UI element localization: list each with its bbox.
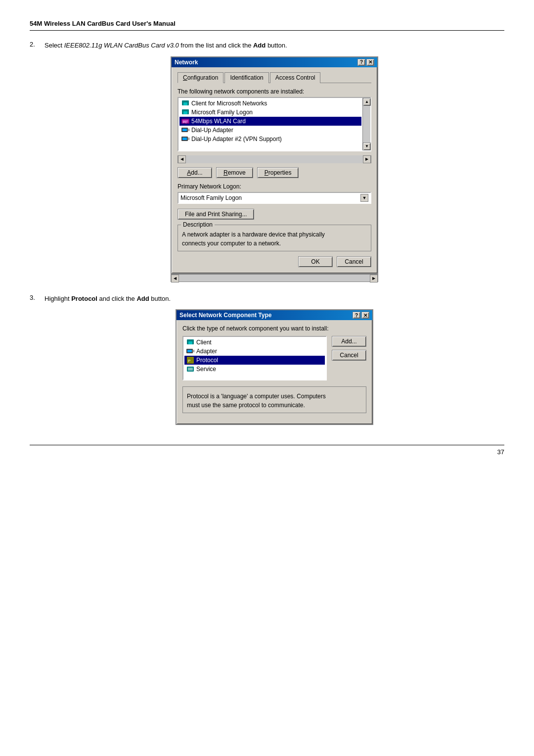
bottom-scrollbar[interactable]: ◀ ▶ (171, 274, 378, 282)
snct-help-button[interactable]: ? (353, 312, 360, 319)
list-item-dialup2[interactable]: Dial-Up Adapter #2 (VPN Support) (179, 135, 361, 143)
snct-instruction: Click the type of network component you … (182, 325, 366, 332)
network-listbox[interactable]: Client for Microsoft Networks Microsoft … (178, 97, 371, 151)
footer: 37 (30, 445, 504, 456)
svg-rect-9 (188, 129, 189, 131)
list-item-dialup[interactable]: Dial-Up Adapter (179, 126, 361, 135)
network-dialog-title: Network (175, 59, 198, 66)
description-group: Description A network adapter is a hardw… (178, 225, 371, 251)
bottom-scroll-track (179, 275, 370, 282)
snct-description-text: Protocol is a 'language' a computer uses… (187, 392, 362, 410)
header-line (30, 30, 504, 31)
properties-button[interactable]: Properties (257, 167, 299, 178)
step-2-number: 2. (30, 41, 44, 282)
svg-rect-1 (183, 102, 187, 105)
network-buttons-row: Add... Remove Properties (178, 167, 371, 178)
network-dialog-titlebar: Network ? ✕ (172, 57, 377, 67)
tab-identification[interactable]: Identification (224, 72, 268, 83)
tab-configuration[interactable]: Configuration (178, 72, 223, 83)
family-logon-label: Microsoft Family Logon (191, 109, 253, 116)
list-item-family-logon[interactable]: Microsoft Family Logon (179, 108, 361, 117)
add-button[interactable]: Add... (178, 167, 212, 178)
step-3-text: Highlight Protocol and click the Add but… (44, 294, 504, 304)
svg-rect-11 (182, 138, 187, 140)
ok-cancel-row: OK Cancel (178, 256, 371, 267)
file-print-wrap: File and Print Sharing... (178, 209, 371, 220)
listbox-scrollbar-horiz[interactable]: ◀ ▶ (178, 155, 371, 163)
help-button[interactable]: ? (357, 59, 365, 66)
step-2-content: Select IEEE802.11g WLAN CardBus Card v3.… (44, 41, 504, 282)
close-button[interactable]: ✕ (366, 59, 374, 66)
dialup-label: Dial-Up Adapter (191, 127, 233, 134)
snct-item-adapter[interactable]: Adapter (184, 347, 325, 356)
svg-rect-12 (188, 138, 189, 140)
snct-listbox[interactable]: Client Adapter (182, 336, 327, 380)
snct-dialog: Select Network Component Type ? ✕ Click … (176, 309, 373, 425)
remove-button[interactable]: Remove (216, 167, 253, 178)
snct-item-client[interactable]: Client (184, 338, 325, 347)
page-header: 54M Wireless LAN CardBus Card User's Man… (30, 20, 504, 27)
step-2: 2. Select IEEE802.11g WLAN CardBus Card … (30, 41, 504, 282)
list-item-client-networks[interactable]: Client for Microsoft Networks (179, 99, 361, 108)
network-dialog-wrap: Network ? ✕ Configuration Identification… (44, 56, 504, 274)
snct-dialog-wrap: Select Network Component Type ? ✕ Click … (44, 309, 504, 425)
snct-client-label: Client (196, 339, 212, 346)
step-3-bold: Protocol (71, 295, 97, 302)
primary-logon-dropdown[interactable]: Microsoft Family Logon ▼ (178, 192, 371, 204)
scroll-down-btn[interactable]: ▼ (363, 142, 371, 150)
snct-close-button[interactable]: ✕ (361, 312, 369, 319)
dialup2-label: Dial-Up Adapter #2 (VPN Support) (191, 136, 282, 142)
listbox-scrollbar-vert[interactable]: ▲ ▼ (362, 98, 370, 150)
svg-rect-16 (187, 350, 192, 352)
description-text: A network adapter is a hardware device t… (182, 230, 367, 248)
cancel-button[interactable]: Cancel (337, 256, 371, 267)
step-3-text-after: and click the (97, 295, 137, 302)
svg-rect-21 (188, 368, 193, 371)
titlebar-buttons: ? ✕ (357, 59, 374, 66)
step-2-text-before: Select (44, 42, 64, 49)
step-2-italic: IEEE802.11g WLAN CardBus Card v3.0 (64, 42, 179, 49)
snct-item-protocol[interactable]: P Protocol (184, 356, 325, 365)
ok-button[interactable]: OK (298, 256, 333, 267)
network-dialog-body: Configuration Identification Access Cont… (172, 67, 377, 273)
svg-text:P: P (188, 359, 190, 363)
snct-adapter-label: Adapter (196, 348, 217, 355)
wlan-card-label: 54Mbps WLAN Card (191, 118, 246, 125)
snct-list-col: Client Adapter (182, 336, 327, 380)
snct-cancel-button[interactable]: Cancel (332, 350, 366, 361)
step-2-text-end: button. (266, 42, 287, 49)
snct-titlebar-buttons: ? ✕ (353, 312, 369, 319)
snct-protocol-icon: P (186, 356, 194, 364)
scroll-right-btn[interactable]: ▶ (363, 155, 371, 163)
svg-rect-17 (193, 350, 194, 352)
snct-titlebar: Select Network Component Type ? ✕ (177, 310, 372, 320)
snct-item-service[interactable]: Service (184, 365, 325, 374)
list-item-wlan-card[interactable]: PC 54Mbps WLAN Card (179, 117, 361, 126)
bottom-scroll-left[interactable]: ◀ (171, 275, 179, 283)
description-legend: Description (181, 221, 215, 228)
snct-add-button[interactable]: Add... (332, 336, 366, 347)
primary-logon-value: Microsoft Family Logon (180, 194, 360, 201)
horiz-track (186, 155, 363, 163)
snct-list-items: Client Adapter (183, 337, 326, 379)
wlan-card-icon: PC (181, 117, 189, 125)
snct-description-group: Protocol is a 'language' a computer uses… (182, 386, 366, 413)
client-networks-icon (181, 99, 189, 107)
dropdown-arrow-icon[interactable]: ▼ (360, 194, 368, 202)
snct-protocol-label: Protocol (196, 357, 218, 364)
installed-label: The following network components are ins… (178, 88, 371, 95)
network-tabs: Configuration Identification Access Cont… (178, 72, 371, 83)
tab-access-control[interactable]: Access Control (270, 72, 321, 83)
step-3-bold2: Add (136, 295, 149, 302)
step-3-text-before: Highlight (44, 295, 71, 302)
scroll-up-btn[interactable]: ▲ (363, 98, 371, 106)
family-logon-icon (181, 108, 189, 116)
step-3-content: Highlight Protocol and click the Add but… (44, 294, 504, 425)
listbox-items: Client for Microsoft Networks Microsoft … (178, 98, 362, 150)
bottom-scroll-right[interactable]: ▶ (370, 275, 378, 283)
scroll-left-btn[interactable]: ◀ (178, 155, 186, 163)
step-2-text: Select IEEE802.11g WLAN CardBus Card v3.… (44, 41, 504, 50)
file-print-button[interactable]: File and Print Sharing... (178, 209, 254, 220)
snct-btn-col: Add... Cancel (332, 336, 366, 380)
snct-layout: Client Adapter (182, 336, 366, 380)
